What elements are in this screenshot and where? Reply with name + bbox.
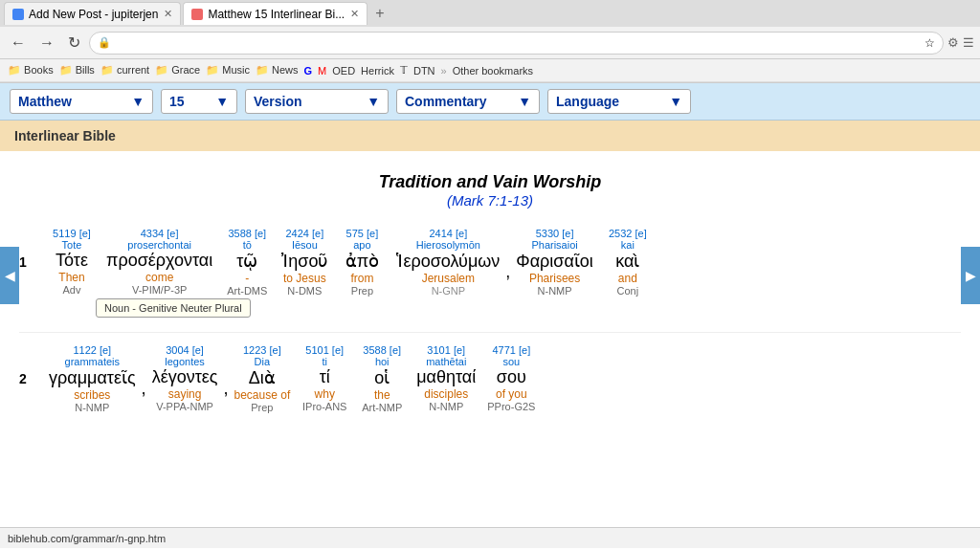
strongs-575[interactable]: 575 [e] [346,228,379,239]
reload-button[interactable]: ↻ [63,32,85,54]
verse-2-words: 1122 [e] grammateis γραμματεῖς scribes N… [43,342,961,415]
bookmark-nyt[interactable]: 𝕋 [400,64,408,77]
bookmark-gm[interactable]: M [318,65,326,77]
word-pharisaioi: 5330 [e] Pharisaioi Φαρισαῖοι Pharisees … [510,226,599,298]
matthew-dropdown[interactable]: Matthew ▼ [10,89,153,114]
next-chapter-button[interactable]: ▶ [961,247,980,304]
tab-favicon [12,9,24,20]
verse-divider [19,332,961,333]
url-input[interactable]: biblehub.com/interlinear/matthew/15.htm [115,36,921,50]
strongs-5101[interactable]: 5101 [e] [305,344,344,356]
menu-button[interactable]: ☰ [963,35,974,50]
new-tab-button[interactable]: + [369,5,390,22]
strongs-3101[interactable]: 3101 [e] [427,344,465,356]
tab-active-label: Matthew 15 Interlinear Bi... [208,8,345,21]
greek-mathetai: μαθηταί [416,367,476,387]
english-ti: why [315,387,335,401]
english-kai: and [618,272,637,285]
strongs-4771[interactable]: 4771 [e] [492,344,530,356]
language-arrow: ▼ [669,94,682,109]
tab-label: Add New Post - jupiterjen [29,8,158,21]
word-proserchontai: 4334 [e] proserchontai προσέρχονται come… [100,226,218,298]
translit-hierosolymon[interactable]: Hierosolymōn [416,239,480,251]
translit-kai[interactable]: kai [621,239,635,251]
strongs-3588-2[interactable]: 3588 [e] [363,344,401,356]
tab-active-close-btn[interactable]: ✕ [350,8,359,20]
chapter-dropdown[interactable]: 15 ▼ [161,89,237,114]
bookmark-herrick[interactable]: Herrick [361,65,394,77]
nav-bar: ← → ↻ 🔒 biblehub.com/interlinear/matthew… [0,27,980,59]
nav-icons: ⚙ ☰ [947,35,974,50]
strongs-1223[interactable]: 1223 [e] [243,344,281,356]
bookmark-other[interactable]: Other bookmarks [453,65,533,77]
status-url: biblehub.com/grammar/n-gnp.htm [8,533,166,544]
translit-apo[interactable]: apo [353,239,370,251]
strongs-5330[interactable]: 5330 [e] [536,228,574,239]
parse-tote: Adv [63,284,81,296]
translit-pharisaioi[interactable]: Pharisaioi [531,239,577,251]
language-label: Language [556,94,619,109]
english-to: - [245,272,249,285]
commentary-dropdown[interactable]: Commentary ▼ [396,89,540,114]
parse-hoi: Art-NMP [362,402,402,413]
greek-ti: τί [320,367,330,387]
commentary-label: Commentary [405,94,487,109]
translit-dia[interactable]: Dia [255,356,271,367]
title-section: Tradition and Vain Worship (Mark 7:1-13) [19,161,961,216]
word-kai: 2532 [e] kai καὶ and Conj [599,226,657,298]
tooltip-noun-gnp: Noun - Genitive Neuter Plural [96,298,251,318]
bookmark-g[interactable]: G [304,65,313,77]
parse-mathetai: N-NMP [429,401,463,412]
strongs-3588-1[interactable]: 3588 [e] [228,228,266,239]
extensions-button[interactable]: ⚙ [947,35,959,50]
strongs-4334[interactable]: 4334 [e] [141,228,179,239]
tab-close-btn[interactable]: ✕ [164,8,172,20]
strongs-2424[interactable]: 2424 [e] [285,228,323,239]
bookmark-music[interactable]: 📁 Music [206,64,250,77]
browser-chrome: Add New Post - jupiterjen ✕ Matthew 15 I… [0,0,980,83]
bookmark-current[interactable]: 📁 current [100,64,149,77]
strongs-5119[interactable]: 5119 [e] [53,228,91,239]
translit-iesou[interactable]: Iēsou [292,239,318,251]
strongs-2414[interactable]: 2414 [e] [429,228,467,239]
bible-header: Interlinear Bible [0,121,980,151]
verse-1-section: 1 5119 [e] Tote Τότε Then Adv 4334 [e] p… [19,226,961,318]
parse-apo: Prep [351,285,373,297]
translit-mathetai[interactable]: mathētai [426,356,466,367]
tab-add-post[interactable]: Add New Post - jupiterjen ✕ [4,2,181,25]
strongs-2532[interactable]: 2532 [e] [609,228,647,239]
english-sou: of you [496,387,527,401]
language-dropdown[interactable]: Language ▼ [547,89,691,114]
translit-tote[interactable]: Tote [62,239,82,251]
chapter-label: 15 [169,94,185,109]
tab-matthew[interactable]: Matthew 15 Interlinear Bi... ✕ [183,2,368,25]
translit-proserchontai[interactable]: proserchontai [127,239,191,251]
bookmark-dtn[interactable]: DTN [413,65,435,77]
parse-ti: IPro-ANS [302,401,346,412]
bookmark-grace[interactable]: 📁 Grace [155,64,200,77]
forward-button[interactable]: → [34,33,59,54]
translit-legontes[interactable]: legontes [165,356,205,367]
star-icon[interactable]: ☆ [924,36,935,50]
bookmark-books[interactable]: 📁 Books [8,64,54,77]
prev-chapter-button[interactable]: ◀ [0,247,19,304]
bookmark-bills[interactable]: 📁 Bills [59,64,95,77]
strongs-1122[interactable]: 1122 [e] [73,344,111,356]
verse-1-words: 5119 [e] Tote Τότε Then Adv 4334 [e] pro… [43,226,961,298]
translit-hoi[interactable]: hoi [375,356,390,367]
translit-grammateis[interactable]: grammateis [65,356,120,367]
bookmark-oed[interactable]: OED [332,65,355,77]
parse-pharisaioi: N-NMP [538,285,572,297]
translit-sou[interactable]: sou [502,356,520,367]
bookmark-news[interactable]: 📁 News [256,64,299,77]
version-dropdown[interactable]: Version ▼ [245,89,389,114]
parse-iesou: N-DMS [287,285,322,297]
strongs-3004[interactable]: 3004 [e] [166,344,204,356]
status-bar: biblehub.com/grammar/n-gnp.htm [0,527,980,548]
greek-hoi: οἱ [374,367,390,388]
word-ti: 5101 [e] ti τί why IPro-ANS [296,342,353,415]
word-hoi: 3588 [e] hoi οἱ the Art-NMP [353,342,411,415]
translit-ti[interactable]: ti [322,356,327,367]
translit-to[interactable]: tō [243,239,252,251]
back-button[interactable]: ← [6,33,31,54]
